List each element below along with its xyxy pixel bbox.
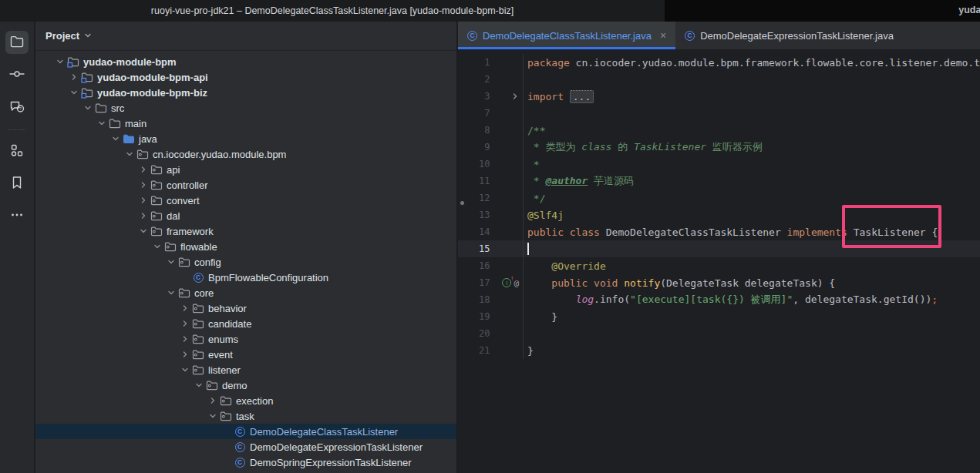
code-line[interactable]: 21} bbox=[458, 342, 980, 359]
tree-row[interactable]: CDemoSpringExpressionTaskListener bbox=[35, 455, 457, 470]
structure-tool-button[interactable] bbox=[5, 139, 29, 163]
chevron-expanded-icon[interactable] bbox=[68, 86, 80, 99]
tree-row[interactable]: yudao-module-bpm bbox=[35, 54, 457, 69]
chevron-expanded-icon[interactable] bbox=[123, 148, 136, 160]
tree-row[interactable]: C bbox=[35, 470, 457, 473]
tree-row[interactable]: cn.iocoder.yudao.module.bpm bbox=[35, 146, 457, 162]
chevron-expanded-icon[interactable] bbox=[151, 240, 163, 253]
code-text[interactable]: public void notify(DelegateTask delegate… bbox=[524, 277, 835, 289]
chevron-collapsed-icon[interactable] bbox=[179, 317, 191, 330]
code-line[interactable]: 3import ... bbox=[458, 88, 980, 105]
bookmarks-tool-button[interactable] bbox=[5, 172, 29, 195]
code-line[interactable]: 11 * @author 芋道源码 bbox=[458, 173, 980, 190]
code-text[interactable]: @Override bbox=[524, 260, 606, 272]
tree-row[interactable]: behavior bbox=[35, 300, 457, 316]
chevron-collapsed-icon[interactable] bbox=[68, 71, 80, 83]
tree-row[interactable]: framework bbox=[35, 223, 457, 239]
chevron-expanded-icon[interactable] bbox=[96, 117, 108, 129]
chevron-expanded-icon[interactable] bbox=[179, 364, 191, 376]
code-text[interactable] bbox=[524, 243, 529, 256]
tree-row[interactable]: CDemoDelegateExpressionTaskListener bbox=[35, 439, 457, 455]
pull-requests-tool-button[interactable]: ? bbox=[5, 96, 29, 119]
code-line[interactable]: 15 bbox=[458, 240, 980, 257]
tree-row[interactable]: api bbox=[35, 162, 457, 177]
code-text[interactable]: */ bbox=[524, 193, 545, 204]
tree-row[interactable]: dal bbox=[35, 208, 457, 223]
tree-row[interactable]: event bbox=[35, 347, 457, 362]
code-line[interactable]: 12 */ bbox=[458, 190, 980, 206]
chevron-collapsed-icon[interactable] bbox=[137, 194, 150, 206]
code-text[interactable]: } bbox=[524, 311, 557, 323]
tree-row[interactable]: java bbox=[35, 131, 457, 146]
tree-row[interactable]: task bbox=[35, 408, 457, 424]
tab-close-icon[interactable]: × bbox=[660, 29, 666, 42]
code-line[interactable]: 19 } bbox=[458, 308, 980, 325]
code-line[interactable]: 20 bbox=[458, 325, 980, 342]
tree-row[interactable]: core bbox=[35, 285, 457, 300]
tree-row[interactable]: demo bbox=[35, 377, 457, 393]
chevron-collapsed-icon[interactable] bbox=[207, 394, 219, 407]
code-line[interactable]: 13@Slf4j bbox=[458, 206, 980, 223]
tree-row[interactable]: listener bbox=[35, 362, 457, 377]
code-editor[interactable]: 1package cn.iocoder.yudao.module.bpm.fra… bbox=[458, 49, 980, 473]
gutter-icon-slot[interactable]: I↑@ bbox=[490, 278, 523, 288]
editor-tab[interactable]: CDemoDelegateExpressionTaskListener.java bbox=[675, 22, 903, 49]
tree-row[interactable]: yudao-module-bpm-api bbox=[35, 69, 457, 85]
editor-tab[interactable]: CDemoDelegateClassTaskListener.java× bbox=[458, 22, 675, 49]
chevron-collapsed-icon[interactable] bbox=[179, 348, 191, 361]
tree-row[interactable]: controller bbox=[35, 177, 457, 193]
tree-row[interactable]: candidate bbox=[35, 316, 457, 331]
code-text[interactable]: log.info("[execute][task({}) 被调用]", dele… bbox=[524, 293, 938, 307]
chevron-collapsed-icon[interactable] bbox=[179, 302, 191, 314]
code-line[interactable]: 9 * 类型为 class 的 TaskListener 监听器示例 bbox=[458, 139, 980, 156]
chevron-expanded-icon[interactable] bbox=[54, 55, 66, 68]
implementing-method-icon[interactable]: I↑ bbox=[502, 278, 511, 287]
project-tool-button[interactable] bbox=[5, 31, 29, 54]
code-line[interactable]: 7 bbox=[458, 105, 980, 122]
gutter-icon-slot[interactable] bbox=[490, 92, 523, 100]
chevron-collapsed-icon[interactable] bbox=[179, 333, 191, 345]
chevron-expanded-icon[interactable] bbox=[137, 225, 150, 237]
code-line[interactable]: 1package cn.iocoder.yudao.module.bpm.fra… bbox=[458, 54, 980, 71]
chevron-collapsed-icon[interactable] bbox=[137, 163, 150, 176]
code-line[interactable]: 2 bbox=[458, 71, 980, 88]
tree-row[interactable]: CDemoDelegateClassTaskListener bbox=[35, 424, 457, 439]
chevron-collapsed-icon[interactable] bbox=[137, 210, 150, 222]
code-text[interactable]: @Slf4j bbox=[524, 210, 564, 221]
code-text[interactable]: import ... bbox=[524, 91, 594, 102]
code-line[interactable]: 16 @Override bbox=[458, 257, 980, 274]
tree-row[interactable]: flowable bbox=[35, 239, 457, 254]
code-line[interactable]: 10 * bbox=[458, 156, 980, 173]
tree-row[interactable]: main bbox=[35, 116, 457, 131]
tree-row[interactable]: config bbox=[35, 254, 457, 270]
project-view-selector[interactable]: Project bbox=[35, 22, 456, 51]
chevron-expanded-icon[interactable] bbox=[207, 410, 219, 422]
chevron-expanded-icon[interactable] bbox=[82, 102, 94, 114]
code-text[interactable]: /** bbox=[524, 125, 545, 136]
tree-row[interactable]: exection bbox=[35, 393, 457, 408]
code-text[interactable]: } bbox=[524, 345, 534, 357]
chevron-collapsed-icon[interactable] bbox=[137, 179, 150, 191]
chevron-expanded-icon[interactable] bbox=[109, 133, 122, 145]
code-text[interactable]: * bbox=[524, 159, 540, 170]
tree-row[interactable]: enums bbox=[35, 331, 457, 347]
tree-row[interactable]: src bbox=[35, 100, 457, 116]
chevron-expanded-icon[interactable] bbox=[165, 256, 177, 268]
code-text[interactable]: * 类型为 class 的 TaskListener 监听器示例 bbox=[524, 140, 763, 154]
tree-row[interactable]: convert bbox=[35, 193, 457, 208]
code-line[interactable]: 14public class DemoDelegateClassTaskList… bbox=[458, 223, 980, 240]
tree-row[interactable]: CBpmFlowableConfiguration bbox=[35, 270, 457, 285]
commit-tool-button[interactable] bbox=[5, 63, 29, 86]
folded-imports-chip[interactable]: ... bbox=[570, 90, 594, 103]
chevron-expanded-icon[interactable] bbox=[193, 379, 205, 391]
chevron-expanded-icon[interactable] bbox=[165, 287, 177, 299]
code-line[interactable]: 18 log.info("[execute][task({}) 被调用]", d… bbox=[458, 291, 980, 308]
code-line[interactable]: 8/** bbox=[458, 122, 980, 139]
code-text[interactable]: * @author 芋道源码 bbox=[524, 174, 634, 188]
annotation-gutter-icon[interactable]: @ bbox=[514, 278, 519, 288]
code-text[interactable]: package cn.iocoder.yudao.module.bpm.fram… bbox=[524, 57, 980, 69]
tree-row[interactable]: yudao-module-bpm-biz bbox=[35, 85, 457, 100]
code-line[interactable]: 17I↑@ public void notify(DelegateTask de… bbox=[458, 274, 980, 291]
code-text[interactable]: public class DemoDelegateClassTaskListen… bbox=[524, 226, 938, 238]
more-tool-windows-button[interactable] bbox=[5, 204, 29, 227]
